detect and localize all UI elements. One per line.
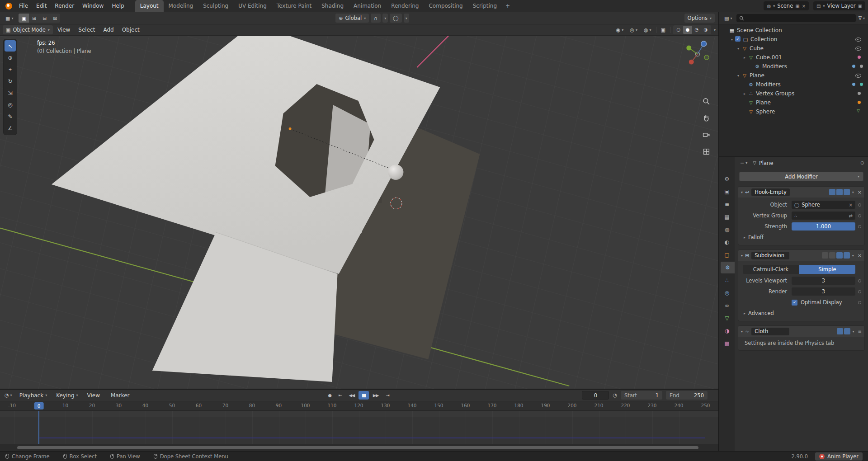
optimal-display-checkbox[interactable]: ✓ Optimal Display: [792, 299, 855, 306]
tab-view-layer[interactable]: ▤: [719, 211, 735, 223]
disclosure-arrow[interactable]: ▸: [742, 56, 747, 60]
outliner-item[interactable]: ▸ Cube.001: [719, 53, 868, 62]
modifier-extras-button[interactable]: ▾: [852, 254, 854, 258]
pan-hand-icon[interactable]: [703, 114, 710, 122]
invert-vertex-group-button[interactable]: ⇄: [849, 213, 853, 218]
add-workspace-button[interactable]: +: [502, 0, 514, 12]
snapping-toggle[interactable]: ∩: [371, 14, 381, 23]
timeline-menu-item[interactable]: Playback▾: [16, 390, 51, 401]
timeline-menu-item[interactable]: View: [84, 390, 105, 401]
timeline-scrollbar[interactable]: [0, 444, 718, 451]
item-right-icon[interactable]: [851, 81, 857, 88]
snapping-dropdown[interactable]: ▾: [382, 14, 388, 23]
options-dropdown[interactable]: Options ▾: [684, 14, 715, 23]
shading-wireframe-button[interactable]: ○: [674, 26, 683, 34]
viewport-canvas[interactable]: ↖ ⊕ + ↻ ⇲ ◎ ✎: [0, 36, 718, 389]
timeline-menu-item[interactable]: Marker: [107, 390, 135, 401]
gizmo-y-axis[interactable]: [686, 46, 691, 51]
gizmo-z-axis[interactable]: [701, 41, 707, 47]
animate-decorator[interactable]: [858, 225, 861, 228]
playhead-line[interactable]: [38, 411, 39, 444]
scene-selector[interactable]: ◍ ▾ Scene ▣ ×: [764, 1, 809, 10]
outliner-item[interactable]: Sphere: [719, 107, 868, 116]
tool-move[interactable]: +: [5, 64, 16, 75]
animate-decorator[interactable]: [858, 301, 861, 304]
auto-keying-toggle[interactable]: ●: [325, 391, 334, 400]
view-layer-selector[interactable]: ▤ ▾ View Layer ▣: [813, 1, 865, 10]
frame-end-field[interactable]: End250: [666, 391, 708, 400]
item-right-icon[interactable]: [857, 54, 862, 61]
proportional-dropdown[interactable]: ▾: [404, 14, 409, 23]
gizmo-x-axis[interactable]: [689, 60, 694, 65]
select-mode-button[interactable]: ⊠: [50, 14, 60, 23]
editor-type-button[interactable]: ◔ ▾: [3, 392, 14, 398]
tool-transform[interactable]: ◎: [5, 99, 16, 110]
tab-scene[interactable]: ◍: [719, 224, 735, 235]
pause-button[interactable]: ▮▮: [359, 391, 368, 400]
item-right-icon[interactable]: [856, 108, 862, 115]
mode-dropdown[interactable]: ▣ Object Mode ▾: [3, 25, 53, 34]
overlays-dropdown[interactable]: ◍ ▾: [642, 27, 653, 33]
animate-decorator[interactable]: [858, 203, 861, 207]
item-right-icon[interactable]: [854, 45, 862, 52]
drag-handle-icon[interactable]: ≡: [858, 329, 862, 334]
tool-select-box[interactable]: ↖: [5, 40, 16, 52]
select-mode-button[interactable]: ⊟: [39, 14, 50, 23]
modifier-name-field[interactable]: Hook-Empty: [751, 188, 790, 196]
outliner-item[interactable]: ▸ Vertex Groups: [719, 89, 868, 98]
proportional-editing-toggle[interactable]: ◯: [390, 14, 401, 23]
xray-toggle[interactable]: ▣: [659, 27, 667, 33]
ortho-grid-icon[interactable]: [703, 148, 710, 155]
transform-orientation-dropdown[interactable]: ⊕ Global ▾: [335, 14, 369, 23]
levels-viewport-field[interactable]: 3: [792, 277, 855, 285]
current-frame-field[interactable]: 0: [582, 391, 609, 400]
on-cage-toggle[interactable]: [822, 252, 828, 259]
falloff-section-toggle[interactable]: ▸ Falloff: [738, 232, 864, 243]
disclosure-arrow[interactable]: ▾: [729, 38, 735, 42]
unlink-scene-button[interactable]: ×: [802, 4, 806, 9]
playhead[interactable]: 0: [34, 402, 44, 409]
tab-physics[interactable]: ◎: [719, 287, 735, 299]
realtime-display-toggle[interactable]: [837, 328, 843, 334]
tab-object-data[interactable]: ▽: [719, 312, 735, 324]
tab-modifiers[interactable]: ⚙: [721, 262, 735, 273]
select-mode-button[interactable]: ▣: [19, 14, 29, 23]
viewport-menu-item[interactable]: Object: [118, 24, 143, 35]
workspace-tab[interactable]: Rendering: [386, 0, 424, 12]
modifier-name-field[interactable]: Subdivision: [751, 252, 789, 259]
tab-world[interactable]: ◐: [719, 236, 735, 248]
animate-decorator[interactable]: [858, 290, 861, 293]
item-checkbox[interactable]: [735, 36, 742, 43]
editor-type-button[interactable]: ≡ ▾: [738, 160, 749, 166]
sphere-object[interactable]: [388, 165, 403, 180]
disclosure-arrow[interactable]: ▾: [736, 47, 741, 51]
new-scene-button[interactable]: ▣: [795, 4, 799, 9]
tool-cursor[interactable]: ⊕: [5, 52, 16, 63]
tab-render[interactable]: ▣: [719, 186, 735, 198]
editor-type-button[interactable]: ▤ ▾: [722, 15, 734, 21]
viewport-menu-item[interactable]: View: [54, 24, 74, 35]
catmull-clark-button[interactable]: Catmull-Clark: [743, 265, 799, 274]
animate-decorator[interactable]: [858, 214, 861, 217]
tab-constraints[interactable]: ∞: [719, 300, 735, 311]
jump-to-start-button[interactable]: ⇤: [335, 391, 345, 400]
previous-keyframe-button[interactable]: ◀◀: [346, 391, 358, 400]
item-right-icon[interactable]: [859, 63, 864, 70]
item-right-icon[interactable]: [859, 81, 864, 88]
tab-texture[interactable]: ▩: [719, 338, 735, 349]
jump-to-end-button[interactable]: ⇥: [382, 391, 392, 400]
strength-slider[interactable]: 1.000: [792, 222, 855, 230]
viewport-menu-item[interactable]: Add: [99, 24, 117, 35]
scene-view[interactable]: [0, 36, 718, 389]
stop-playback-icon[interactable]: [819, 454, 825, 459]
navigation-gizmo[interactable]: [683, 38, 712, 67]
add-modifier-button[interactable]: Add Modifier ▾: [739, 172, 863, 181]
modifier-header[interactable]: ▾ ≈ Cloth ▾ ≡: [738, 326, 864, 337]
timeline-menu-item[interactable]: Keying▾: [52, 390, 81, 401]
tool-rotate[interactable]: ↻: [5, 75, 16, 87]
tab-output[interactable]: ≡: [719, 198, 735, 210]
shading-rendered-button[interactable]: ◑: [701, 26, 710, 34]
object-visibility-dropdown[interactable]: ◉ ▾: [614, 27, 626, 33]
frame-start-field[interactable]: Start1: [621, 391, 662, 400]
filter-dropdown[interactable]: ∇ ▾: [859, 15, 865, 21]
